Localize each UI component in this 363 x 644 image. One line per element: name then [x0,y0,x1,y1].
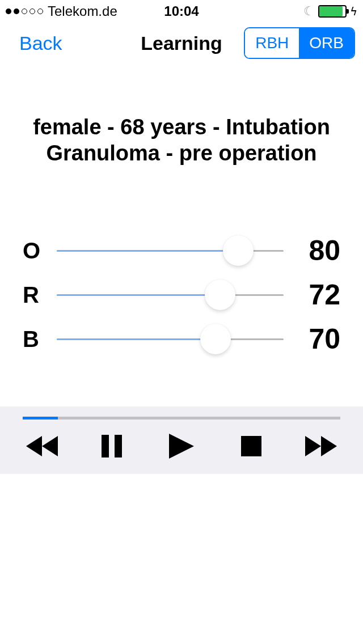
svg-rect-2 [102,435,109,457]
svg-marker-6 [305,436,321,456]
svg-marker-7 [321,436,337,456]
play-button[interactable] [164,433,199,459]
slider-group: O 80 R 72 B 70 [0,166,363,361]
segment-rbh[interactable]: RBH [245,28,299,58]
slider-value-o: 80 [284,234,340,267]
slider-label-o: O [23,238,57,264]
segment-orb[interactable]: ORB [299,28,354,58]
battery-icon [318,5,347,18]
audio-player [0,406,363,474]
slider-row-o: O 80 [23,228,340,273]
svg-marker-4 [169,434,194,459]
stop-icon [241,436,261,456]
back-button[interactable]: Back [19,32,62,54]
slider-r[interactable] [57,283,284,306]
slider-b[interactable] [57,328,284,350]
slider-label-r: R [23,282,57,308]
stop-button[interactable] [234,433,268,459]
case-description: female - 68 years - Intubation Granuloma… [0,63,363,166]
progress-fill [23,417,58,420]
fast-forward-button[interactable] [304,433,338,459]
svg-rect-5 [241,436,261,456]
slider-row-r: R 72 [23,273,340,317]
fast-forward-icon [305,436,337,456]
slider-value-b: 70 [284,323,340,355]
rewind-button[interactable] [25,433,59,459]
player-controls [23,433,340,459]
svg-rect-3 [115,435,122,457]
rewind-icon [26,436,58,456]
slider-value-r: 72 [284,278,340,311]
slider-row-b: B 70 [23,317,340,361]
navigation-bar: Back Learning RBH ORB [0,23,363,63]
svg-marker-1 [42,436,58,456]
status-bar: Telekom.de 10:04 ☾ ϟ [0,0,363,23]
slider-label-b: B [23,327,57,352]
clock: 10:04 [0,3,363,19]
pause-icon [102,435,122,457]
pause-button[interactable] [95,433,129,459]
play-icon [169,434,194,459]
segmented-control[interactable]: RBH ORB [244,27,355,59]
slider-o[interactable] [57,239,284,262]
progress-bar[interactable] [23,417,340,420]
svg-marker-0 [26,436,42,456]
